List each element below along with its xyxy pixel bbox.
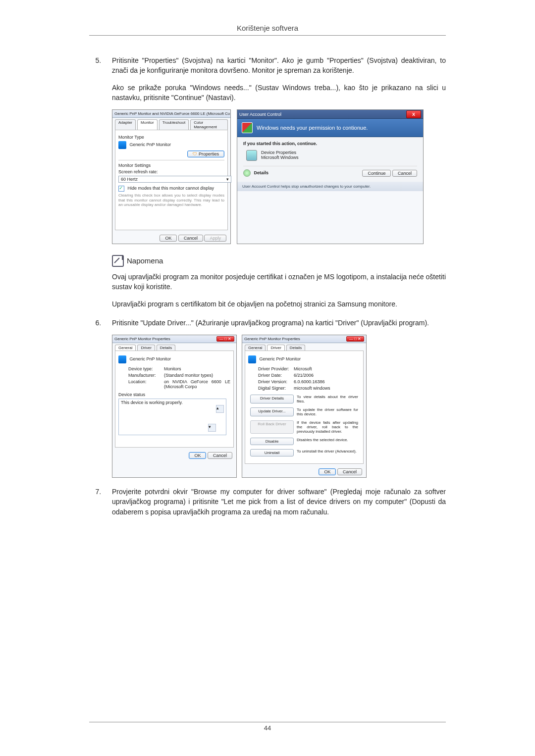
signer-label: Digital Signer: (258, 386, 294, 391)
titlebar: Generic PnP Monitor Properties — □ ✕ (112, 335, 236, 343)
step-7-text: Provjerite potvrdni okvir "Browse my com… (112, 487, 446, 517)
driver-details-button[interactable]: Driver Details (250, 395, 294, 403)
dialog-title: Generic PnP Monitor Properties (244, 337, 300, 341)
cancel-button[interactable]: Cancel (337, 468, 362, 475)
uac-message: Windows needs your permission to contion… (257, 125, 368, 131)
titlebar: Generic PnP Monitor and NVIDIA GeForce 6… (112, 110, 230, 118)
continue-button[interactable]: Continue (362, 170, 391, 177)
uac-started-text: If you started this action, continue. (243, 141, 417, 146)
uninstall-button[interactable]: Uninstall (250, 449, 294, 456)
update-driver-desc: To update the driver software for this d… (297, 407, 358, 416)
manufacturer-label: Manufacturer: (128, 373, 164, 378)
hide-modes-description: Clearing this check box allows you to se… (118, 193, 224, 207)
step-5-text-1: Pritisnite "Properties" (Svojstva) na ka… (112, 55, 446, 76)
ok-button[interactable]: OK (319, 468, 336, 475)
tab-details[interactable]: Details (157, 345, 175, 351)
uac-message-band: Windows needs your permission to contion… (237, 119, 423, 137)
properties-button-label: Properties (199, 151, 219, 156)
program-icon (246, 150, 257, 161)
tab-troubleshoot[interactable]: Troubleshoot (159, 119, 189, 130)
step-5: Pritisnite "Properties" (Svojstva) na ka… (103, 55, 446, 309)
monitor-type-label: Monitor Type (118, 135, 224, 140)
cancel-button[interactable]: Cancel (208, 452, 232, 459)
tab-general[interactable]: General (115, 345, 136, 351)
monitor-settings-label: Monitor Settings (118, 163, 224, 168)
chevron-down-icon[interactable] (243, 169, 251, 177)
disable-button[interactable]: Disable (250, 438, 294, 445)
tab-details[interactable]: Details (286, 345, 305, 351)
device-status-box: This device is working properly. ▴ ▾ (118, 399, 226, 435)
date-value: 6/21/2006 (294, 373, 360, 378)
step-5-text-2: Ako se prikaže poruka "Windows needs..."… (112, 83, 446, 103)
uac-titlebar: User Account Control X (237, 110, 423, 119)
tabs: Adapter Monitor Troubleshoot Color Manag… (112, 118, 230, 130)
tab-monitor[interactable]: Monitor (137, 119, 158, 130)
ok-button[interactable]: OK (160, 235, 177, 242)
tab-panel: Monitor Type Generic PnP Monitor 🛡 Prope… (115, 130, 228, 230)
step-6-text: Pritisnite "Update Driver..." (Ažuriranj… (112, 318, 446, 328)
apply-button[interactable]: Apply (204, 235, 226, 242)
close-icon[interactable]: — □ ✕ (346, 336, 364, 342)
details-toggle[interactable]: Details (254, 170, 269, 175)
note-title: Napomena (127, 256, 163, 265)
device-head: Generic PnP Monitor (130, 357, 171, 362)
update-driver-button[interactable]: Update Driver... (250, 407, 294, 416)
tab-color-management[interactable]: Color Management (190, 119, 228, 130)
dialog-driver-general: Generic PnP Monitor Properties — □ ✕ Gen… (112, 335, 237, 478)
screen-refresh-label: Screen refresh rate: (118, 169, 224, 174)
monitor-icon (118, 141, 126, 149)
scroll-up-icon[interactable]: ▴ (216, 405, 224, 413)
dialog-buttons: OK Cancel Apply (112, 233, 230, 244)
dialog-uac: User Account Control X Windows needs you… (237, 109, 424, 244)
disable-desc: Disables the selected device. (297, 438, 358, 445)
uninstall-desc: To uninstall the driver (Advanced). (297, 449, 358, 456)
tab-general[interactable]: General (245, 345, 266, 351)
manufacturer-value: (Standard monitor types) (164, 373, 230, 378)
note-heading: Napomena (112, 255, 446, 267)
refresh-rate-value: 60 Hertz (121, 177, 138, 182)
version-value: 6.0.6000.16386 (294, 379, 360, 384)
device-status-label: Device status (118, 392, 230, 397)
rollback-driver-button[interactable]: Roll Back Driver (250, 420, 294, 434)
scroll-down-icon[interactable]: ▾ (208, 424, 216, 432)
note-text-2: Upravljački program s certifikatom bit ć… (112, 299, 446, 309)
tab-driver[interactable]: Driver (137, 345, 155, 351)
chevron-down-icon: ▾ (226, 177, 229, 182)
tab-adapter[interactable]: Adapter (115, 119, 136, 130)
hide-modes-label: Hide modes that this monitor cannot disp… (128, 186, 214, 191)
ok-button[interactable]: OK (189, 452, 206, 459)
location-value: on NVIDIA GeForce 6600 LE (Microsoft Cor… (164, 379, 230, 389)
uac-item-publisher: Microsoft Windows (261, 155, 299, 160)
step-6: Pritisnite "Update Driver..." (Ažuriranj… (103, 318, 446, 478)
monitor-icon (118, 355, 126, 363)
uac-item-name: Device Properties (261, 150, 299, 155)
dialog-monitor-properties: Generic PnP Monitor and NVIDIA GeForce 6… (112, 109, 231, 244)
step-6-screenshots: Generic PnP Monitor Properties — □ ✕ Gen… (112, 335, 446, 478)
monitor-icon (248, 355, 256, 363)
step-5-screenshots: Generic PnP Monitor and NVIDIA GeForce 6… (112, 109, 446, 244)
signer-value: microsoft windows (294, 386, 360, 391)
location-label: Location: (128, 379, 164, 389)
monitor-type-value: Generic PnP Monitor (130, 143, 171, 148)
shield-icon (242, 122, 253, 133)
uac-footer-text: User Account Control helps stop unauthor… (237, 182, 423, 191)
date-label: Driver Date: (258, 373, 294, 378)
provider-label: Driver Provider: (258, 366, 294, 371)
dialog-title: Generic PnP Monitor Properties (114, 337, 170, 341)
close-icon[interactable]: X (406, 110, 421, 118)
refresh-rate-select[interactable]: 60 Hertz ▾ (118, 176, 231, 183)
devtype-value: Monitors (164, 366, 230, 371)
hide-modes-checkbox[interactable] (118, 186, 124, 192)
cancel-button[interactable]: Cancel (178, 235, 203, 242)
version-label: Driver Version: (258, 379, 294, 384)
cancel-button[interactable]: Cancel (392, 170, 417, 177)
dialog-title: Generic PnP Monitor and NVIDIA GeForce 6… (114, 111, 230, 116)
steps-list: Pritisnite "Properties" (Svojstva) na ka… (89, 55, 446, 526)
uac-title-text: User Account Control (239, 112, 281, 117)
note-text-1: Ovaj upravljački program za monitor posj… (112, 272, 446, 292)
properties-button[interactable]: 🛡 Properties (187, 151, 224, 157)
rollback-driver-desc: If the device fails after updating the d… (297, 420, 358, 434)
tab-driver[interactable]: Driver (267, 345, 284, 351)
close-icon[interactable]: — □ ✕ (216, 336, 234, 342)
devtype-label: Device type: (128, 366, 164, 371)
